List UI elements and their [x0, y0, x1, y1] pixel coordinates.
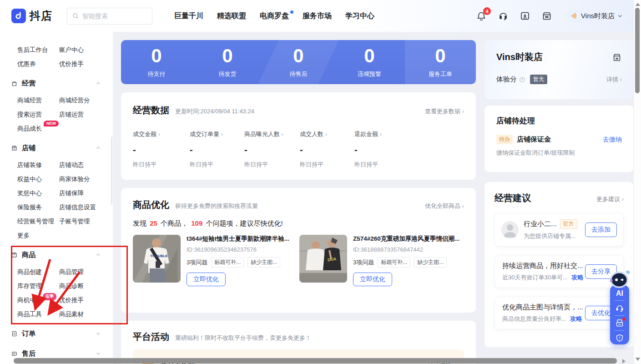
suggestion-desc: 近30天有效订单30单可... [502, 274, 568, 281]
add-contact-button[interactable]: 去添加 [585, 222, 617, 237]
shop-small-icon[interactable] [612, 52, 622, 62]
sidebar-item-product-material[interactable]: 商品素材 [59, 310, 101, 318]
metric-orders[interactable]: 成交订单量 › - 昨日持平 [190, 130, 244, 169]
chevron-up-icon[interactable] [96, 81, 101, 86]
download-icon[interactable] [520, 10, 530, 21]
sidebar-item-shop-guarantee[interactable]: 店铺保障 [59, 189, 101, 197]
account-menu[interactable]: Vins时装店 [565, 10, 627, 23]
banner-violation-warning[interactable]: 0违规预警 [334, 40, 405, 84]
sidebar-item-reward-punish[interactable]: 奖惩中心 [17, 189, 59, 197]
sidebar-item-merchant-score[interactable]: 商家体验分 [59, 175, 101, 183]
sidebar-item-account-mgmt[interactable]: 经营账号管理 [17, 217, 59, 226]
sidebar-section-business[interactable]: 经营 [11, 73, 113, 93]
message-inbox-icon[interactable] [615, 318, 624, 328]
sidebar-item-account-center[interactable]: 账户中心 [59, 46, 101, 54]
issue-tag: 缺少主图... [414, 257, 447, 268]
support-headset-icon[interactable] [615, 303, 624, 313]
strategy-link[interactable]: 攻略 [570, 315, 582, 322]
sidebar-item-coupons[interactable]: 优惠券 [17, 60, 59, 68]
sidebar-item-price-promoter[interactable]: 优价推手 [59, 60, 101, 68]
nav-compass[interactable]: 电商罗盘 [260, 11, 289, 21]
sidebar-item-shop-decorate[interactable]: 店铺装修 [17, 161, 59, 169]
app-title: 抖店 [30, 9, 52, 23]
strategy-link[interactable]: 攻略 [571, 274, 584, 281]
global-search[interactable] [67, 8, 152, 25]
customer-service-icon[interactable] [498, 10, 509, 21]
banner-service-ticket[interactable]: 0服务工单 [405, 40, 476, 84]
search-icon [72, 12, 79, 20]
chevron-up-icon[interactable] [96, 145, 101, 151]
vertical-scrollbar[interactable] [633, 0, 641, 364]
optimize-title: 商品优化 [133, 199, 169, 211]
chevron-up-icon[interactable] [96, 252, 101, 258]
scroll-up-arrow[interactable] [636, 3, 640, 6]
sidebar-item-shop-info[interactable]: 店铺信息设置 [59, 203, 101, 212]
security-shield-icon[interactable] [615, 334, 624, 343]
sidebar-item-insurance[interactable]: 保险服务 [17, 203, 59, 212]
search-input[interactable] [82, 12, 146, 20]
sidebar-item-subaccount-mgmt[interactable]: 子账号管理 [59, 217, 101, 226]
nav-qianchuan[interactable]: 巨量千川 [174, 11, 203, 21]
sidebar-item-aftersale-workbench[interactable]: 售后工作台 [17, 46, 59, 54]
metric-buyers[interactable]: 成交人数 › - 昨日持平 [300, 130, 354, 169]
score-value-badge: 暂无 [530, 75, 547, 84]
my-shop-icon[interactable] [541, 10, 552, 21]
ai-robot-avatar[interactable] [608, 269, 631, 290]
sidebar-item-more[interactable]: 更多 [17, 232, 59, 240]
shop-name: Vins时装店 [496, 51, 543, 63]
product-image[interactable]: TROUBLE [133, 235, 181, 283]
sidebar-section-shop[interactable]: 店铺 [11, 138, 113, 158]
sidebar-item-opportunity-center[interactable]: 商机中心应季 [17, 296, 59, 304]
product-title[interactable]: t364#短袖t恤男士夏季新款潮牌半袖... [187, 235, 294, 243]
sidebar-item-shop-news[interactable]: 店铺动态 [59, 161, 101, 169]
sidebar-item-product-growth[interactable]: 商品成长NEW [17, 125, 59, 133]
nav-learning-center[interactable]: 学习中心 [345, 11, 374, 21]
scroll-down-arrow[interactable] [636, 358, 640, 361]
sidebar-scrollbar[interactable] [111, 136, 112, 205]
sidebar-item-shop-operation[interactable]: 店铺运营 [59, 111, 101, 119]
shop-todo-card: 店铺待处理 待办 店铺保证金 去缴纳 缴纳保证金取消订单/提现限制 [485, 106, 634, 172]
sidebar-item-product-tools[interactable]: 商品工具 [17, 310, 59, 318]
official-badge: 官方 [560, 219, 577, 229]
optimize-summary: 发现 25 个商品， 109 个问题项，建议尽快优化! [133, 219, 464, 228]
banner-pending-ship[interactable]: 0待发货 [192, 40, 263, 84]
banner-pending-aftersale[interactable]: 0待售后 [263, 40, 334, 84]
view-more-data-link[interactable]: 查看更多数据 › [425, 107, 464, 116]
sidebar-item-product-manage[interactable]: 商品管理 [59, 268, 101, 276]
sidebar-item-product-diagnose[interactable]: 商品诊断 [59, 282, 101, 290]
question-icon[interactable] [519, 76, 525, 83]
score-detail-link[interactable]: 详情 › [606, 76, 622, 84]
sidebar-item-mall-score[interactable]: 商城经营分 [59, 96, 101, 105]
sidebar-section-order[interactable]: 订单 [11, 324, 113, 344]
pay-deposit-link[interactable]: 去缴纳 [603, 136, 622, 144]
product-title[interactable]: Z574#260克重磅加厚港风夏季情侣潮... [353, 235, 461, 243]
optimize-all-link[interactable]: 优化全部商品 › [425, 202, 464, 210]
sidebar-item-product-create[interactable]: 商品创建 [17, 268, 59, 276]
vertical-scroll-thumb[interactable] [635, 8, 640, 93]
sidebar-item-inventory[interactable]: 库存管理 [17, 282, 59, 290]
scroll-right-arrow[interactable] [622, 359, 626, 364]
optimize-now-button[interactable]: 立即优化 [353, 273, 392, 286]
metric-refund[interactable]: 退款金额 › - 昨日持平 [354, 130, 409, 169]
horizontal-scroll-thumb[interactable] [14, 358, 617, 364]
ai-button[interactable]: AI [616, 289, 623, 298]
avatar [501, 221, 519, 238]
sidebar-item-mall-operation[interactable]: 商城经营 [17, 96, 59, 105]
suggestion-title: 优化商品主图与详情页，... [502, 303, 583, 312]
chevron-down-icon[interactable] [96, 351, 101, 356]
sidebar-item-search-operation[interactable]: 搜索运营 [17, 111, 59, 119]
nav-jingxuan[interactable]: 精选联盟 [217, 11, 246, 21]
sidebar-item-price-promoter-2[interactable]: 优价推手 [59, 296, 101, 304]
sidebar-section-product[interactable]: 商品 [11, 245, 113, 265]
nav-service-market[interactable]: 服务市场 [303, 11, 332, 21]
notification-bell-icon[interactable]: 4 [476, 10, 487, 21]
metric-exposure[interactable]: 商品曝光人数 › - 昨日持平 [244, 130, 300, 169]
metric-gmv[interactable]: 成交金额 › - 昨日持平 [133, 130, 190, 169]
optimize-now-button[interactable]: 立即优化 [187, 273, 226, 286]
more-suggestions-link[interactable]: 更多建议 › [596, 195, 624, 203]
banner-pending-pay[interactable]: 0待支付 [121, 40, 192, 84]
sidebar-item-rights-center[interactable]: 权益中心 [17, 175, 59, 183]
app-logo[interactable]: 抖店 [11, 9, 52, 23]
product-image[interactable]: DUA [299, 235, 347, 283]
chevron-down-icon[interactable] [96, 331, 101, 336]
